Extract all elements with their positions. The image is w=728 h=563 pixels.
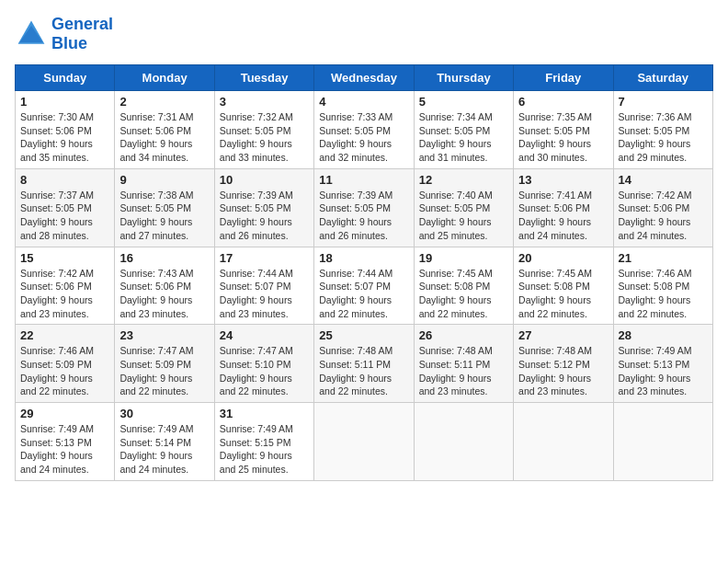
day-info: Sunrise: 7:42 AMSunset: 5:06 PMDaylight:… xyxy=(20,267,109,321)
day-info: Sunrise: 7:49 AMSunset: 5:14 PMDaylight:… xyxy=(119,422,209,477)
day-info: Sunrise: 7:42 AMSunset: 5:06 PMDaylight:… xyxy=(619,189,708,243)
weekday-header-wednesday: Wednesday xyxy=(314,65,414,91)
calendar-day-24: 24Sunrise: 7:47 AMSunset: 5:10 PMDayligh… xyxy=(214,325,313,403)
calendar-day-11: 11Sunrise: 7:39 AMSunset: 5:05 PMDayligh… xyxy=(314,168,414,247)
day-info: Sunrise: 7:39 AMSunset: 5:05 PMDaylight:… xyxy=(220,189,309,243)
calendar-day-12: 12Sunrise: 7:40 AMSunset: 5:05 PMDayligh… xyxy=(414,168,513,247)
day-info: Sunrise: 7:40 AMSunset: 5:05 PMDaylight:… xyxy=(419,189,508,243)
calendar-day-18: 18Sunrise: 7:44 AMSunset: 5:07 PMDayligh… xyxy=(314,247,414,325)
calendar-day-30: 30Sunrise: 7:49 AMSunset: 5:14 PMDayligh… xyxy=(115,403,214,481)
calendar-day-17: 17Sunrise: 7:44 AMSunset: 5:07 PMDayligh… xyxy=(214,247,313,325)
calendar-week-2: 8Sunrise: 7:37 AMSunset: 5:05 PMDaylight… xyxy=(16,168,713,247)
day-info: Sunrise: 7:45 AMSunset: 5:08 PMDaylight:… xyxy=(419,267,508,321)
calendar-day-5: 5Sunrise: 7:34 AMSunset: 5:05 PMDaylight… xyxy=(414,91,513,169)
day-info: Sunrise: 7:44 AMSunset: 5:07 PMDaylight:… xyxy=(220,267,309,321)
svg-marker-1 xyxy=(19,26,42,42)
calendar-day-9: 9Sunrise: 7:38 AMSunset: 5:05 PMDaylight… xyxy=(115,168,214,247)
day-number: 11 xyxy=(319,173,408,187)
day-info: Sunrise: 7:39 AMSunset: 5:05 PMDaylight:… xyxy=(319,189,408,243)
day-number: 23 xyxy=(119,328,209,342)
calendar-day-31: 31Sunrise: 7:49 AMSunset: 5:15 PMDayligh… xyxy=(214,403,313,481)
calendar-day-4: 4Sunrise: 7:33 AMSunset: 5:05 PMDaylight… xyxy=(314,91,414,169)
day-info: Sunrise: 7:34 AMSunset: 5:05 PMDaylight:… xyxy=(419,110,508,165)
calendar-week-3: 15Sunrise: 7:42 AMSunset: 5:06 PMDayligh… xyxy=(16,247,713,325)
day-number: 28 xyxy=(619,328,708,342)
day-number: 6 xyxy=(518,95,608,109)
day-number: 14 xyxy=(619,173,708,187)
day-number: 24 xyxy=(220,328,309,342)
day-info: Sunrise: 7:49 AMSunset: 5:13 PMDaylight:… xyxy=(619,344,708,398)
day-number: 1 xyxy=(20,95,109,109)
weekday-header-sunday: Sunday xyxy=(16,65,115,91)
calendar-day-2: 2Sunrise: 7:31 AMSunset: 5:06 PMDaylight… xyxy=(115,91,214,169)
calendar-day-19: 19Sunrise: 7:45 AMSunset: 5:08 PMDayligh… xyxy=(414,247,513,325)
day-info: Sunrise: 7:33 AMSunset: 5:05 PMDaylight:… xyxy=(319,110,408,165)
day-number: 4 xyxy=(319,95,408,109)
day-number: 8 xyxy=(20,173,109,187)
day-number: 25 xyxy=(319,328,408,342)
weekday-header-tuesday: Tuesday xyxy=(214,65,313,91)
day-info: Sunrise: 7:35 AMSunset: 5:05 PMDaylight:… xyxy=(518,110,608,165)
day-info: Sunrise: 7:44 AMSunset: 5:07 PMDaylight:… xyxy=(319,267,408,321)
empty-cell xyxy=(613,403,712,481)
day-info: Sunrise: 7:45 AMSunset: 5:08 PMDaylight:… xyxy=(518,267,608,321)
calendar-day-16: 16Sunrise: 7:43 AMSunset: 5:06 PMDayligh… xyxy=(115,247,214,325)
weekday-header-saturday: Saturday xyxy=(613,65,712,91)
day-info: Sunrise: 7:49 AMSunset: 5:15 PMDaylight:… xyxy=(220,422,309,477)
day-info: Sunrise: 7:41 AMSunset: 5:06 PMDaylight:… xyxy=(518,189,608,243)
day-info: Sunrise: 7:48 AMSunset: 5:12 PMDaylight:… xyxy=(518,344,608,398)
calendar-day-1: 1Sunrise: 7:30 AMSunset: 5:06 PMDaylight… xyxy=(16,91,115,169)
calendar-day-7: 7Sunrise: 7:36 AMSunset: 5:05 PMDaylight… xyxy=(613,91,712,169)
day-info: Sunrise: 7:46 AMSunset: 5:09 PMDaylight:… xyxy=(20,344,109,398)
calendar-day-22: 22Sunrise: 7:46 AMSunset: 5:09 PMDayligh… xyxy=(16,325,115,403)
day-number: 3 xyxy=(220,95,309,109)
page-header: General Blue xyxy=(15,15,713,53)
calendar-table: SundayMondayTuesdayWednesdayThursdayFrid… xyxy=(15,64,713,481)
calendar-day-14: 14Sunrise: 7:42 AMSunset: 5:06 PMDayligh… xyxy=(613,168,712,247)
day-number: 16 xyxy=(119,251,209,265)
day-number: 27 xyxy=(518,328,608,342)
day-number: 21 xyxy=(619,251,708,265)
calendar-day-6: 6Sunrise: 7:35 AMSunset: 5:05 PMDaylight… xyxy=(514,91,613,169)
logo-text: General Blue xyxy=(51,15,113,53)
day-info: Sunrise: 7:37 AMSunset: 5:05 PMDaylight:… xyxy=(20,189,109,243)
day-info: Sunrise: 7:48 AMSunset: 5:11 PMDaylight:… xyxy=(419,344,508,398)
day-info: Sunrise: 7:31 AMSunset: 5:06 PMDaylight:… xyxy=(119,110,209,165)
day-number: 19 xyxy=(419,251,508,265)
calendar-day-8: 8Sunrise: 7:37 AMSunset: 5:05 PMDaylight… xyxy=(16,168,115,247)
day-number: 31 xyxy=(220,407,309,420)
day-info: Sunrise: 7:47 AMSunset: 5:09 PMDaylight:… xyxy=(119,344,209,398)
weekday-header-row: SundayMondayTuesdayWednesdayThursdayFrid… xyxy=(16,65,713,91)
calendar-body: 1Sunrise: 7:30 AMSunset: 5:06 PMDaylight… xyxy=(16,91,713,481)
empty-cell xyxy=(314,403,414,481)
day-info: Sunrise: 7:30 AMSunset: 5:06 PMDaylight:… xyxy=(20,110,109,165)
weekday-header-monday: Monday xyxy=(115,65,214,91)
day-info: Sunrise: 7:47 AMSunset: 5:10 PMDaylight:… xyxy=(220,344,309,398)
calendar-week-4: 22Sunrise: 7:46 AMSunset: 5:09 PMDayligh… xyxy=(16,325,713,403)
day-number: 5 xyxy=(419,95,508,109)
day-number: 29 xyxy=(20,407,109,420)
calendar-day-20: 20Sunrise: 7:45 AMSunset: 5:08 PMDayligh… xyxy=(514,247,613,325)
calendar-day-10: 10Sunrise: 7:39 AMSunset: 5:05 PMDayligh… xyxy=(214,168,313,247)
day-number: 20 xyxy=(518,251,608,265)
calendar-day-13: 13Sunrise: 7:41 AMSunset: 5:06 PMDayligh… xyxy=(514,168,613,247)
day-number: 18 xyxy=(319,251,408,265)
calendar-day-26: 26Sunrise: 7:48 AMSunset: 5:11 PMDayligh… xyxy=(414,325,513,403)
day-number: 17 xyxy=(220,251,309,265)
calendar-day-21: 21Sunrise: 7:46 AMSunset: 5:08 PMDayligh… xyxy=(613,247,712,325)
day-number: 12 xyxy=(419,173,508,187)
calendar-day-28: 28Sunrise: 7:49 AMSunset: 5:13 PMDayligh… xyxy=(613,325,712,403)
day-info: Sunrise: 7:43 AMSunset: 5:06 PMDaylight:… xyxy=(119,267,209,321)
calendar-day-3: 3Sunrise: 7:32 AMSunset: 5:05 PMDaylight… xyxy=(214,91,313,169)
day-info: Sunrise: 7:48 AMSunset: 5:11 PMDaylight:… xyxy=(319,344,408,398)
empty-cell xyxy=(414,403,513,481)
empty-cell xyxy=(514,403,613,481)
logo-icon xyxy=(15,17,48,51)
day-number: 15 xyxy=(20,251,109,265)
day-number: 13 xyxy=(518,173,608,187)
day-info: Sunrise: 7:36 AMSunset: 5:05 PMDaylight:… xyxy=(619,110,708,165)
day-number: 10 xyxy=(220,173,309,187)
logo: General Blue xyxy=(15,15,113,53)
day-info: Sunrise: 7:38 AMSunset: 5:05 PMDaylight:… xyxy=(119,189,209,243)
day-number: 22 xyxy=(20,328,109,342)
